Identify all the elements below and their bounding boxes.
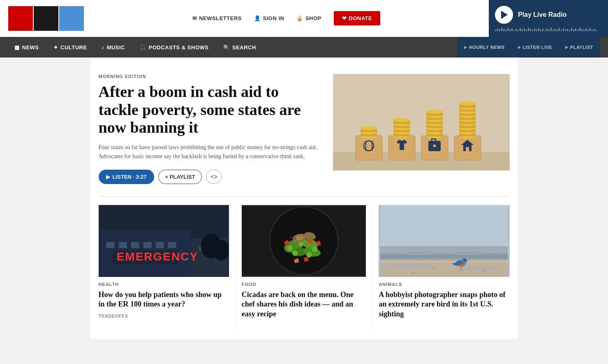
card-animals: ANIMALS A hobbyist photographer snaps ph… (372, 205, 509, 331)
play-icon-small: ▶ (464, 45, 467, 49)
play-icon-small: ▶ (565, 45, 569, 49)
nav-item-podcasts[interactable]: 🎧 PODCASTS & SHOWS (133, 37, 215, 58)
svg-point-11 (361, 126, 377, 130)
card-food: FOOD Cicadas are back on the menu. One c… (236, 205, 372, 331)
featured-title: After a boom in cash aid to tackle pover… (99, 83, 321, 137)
card-health-source: TRADEOFFS (99, 313, 229, 318)
play-icon: ▶ (106, 174, 110, 180)
svg-point-121 (411, 272, 415, 274)
svg-point-84 (306, 252, 312, 258)
newsletters-link[interactable]: ✉ NEWSLETTERS (192, 15, 242, 21)
heart-icon: ❤ (342, 15, 347, 21)
card-food-label: FOOD (242, 282, 366, 287)
user-icon: 👤 (254, 15, 261, 21)
nav-item-music[interactable]: ♪ MUSIC (95, 37, 131, 58)
logo-blue-block (59, 6, 84, 31)
svg-rect-105 (380, 252, 508, 260)
svg-point-120 (482, 270, 484, 272)
audio-waveform (495, 26, 602, 31)
main-navbar: ▦ NEWS ✦ CULTURE ♪ MUSIC 🎧 PODCASTS & SH… (0, 37, 608, 58)
play-icon (501, 11, 508, 19)
header-nav: ✉ NEWSLETTERS 👤 SIGN IN 🔒 SHOP ❤ DONATE (192, 11, 380, 25)
card-health-label: HEALTH (99, 282, 229, 287)
logo-black-block (34, 6, 58, 31)
playlist-link[interactable]: ▶ PLAYLIST (559, 37, 600, 58)
card-grid: EMERGENCY HEALTH How do you help patient… (99, 205, 510, 331)
svg-point-82 (292, 250, 298, 256)
card-animals-image (379, 205, 509, 277)
card-health: EMERGENCY HEALTH How do you help patient… (99, 205, 236, 331)
music-icon: ♪ (102, 44, 104, 51)
animals-image-svg (379, 205, 509, 277)
shop-link[interactable]: 🔒 SHOP (296, 15, 321, 21)
svg-text:EMERGENCY: EMERGENCY (116, 250, 198, 263)
code-icon: <> (210, 173, 217, 180)
live-radio-label: Play Live Radio (518, 11, 566, 18)
svg-point-21 (393, 118, 410, 122)
featured-label: MORNING EDITION (99, 74, 321, 79)
headphones-icon: 🎧 (139, 44, 146, 51)
svg-rect-63 (106, 242, 114, 248)
emergency-image-svg: EMERGENCY (99, 205, 229, 277)
featured-image (333, 74, 510, 170)
svg-rect-65 (131, 242, 139, 248)
svg-rect-64 (118, 242, 127, 248)
featured-text: MORNING EDITION After a boom in cash aid… (99, 74, 321, 184)
svg-point-103 (388, 263, 438, 270)
article-actions: ▶ LISTEN · 3:27 + PLAYLIST <> (99, 170, 321, 184)
featured-description: Four states so far have passed laws proh… (99, 143, 321, 161)
svg-point-83 (312, 247, 317, 252)
food-image-svg (242, 205, 366, 277)
nav-item-news[interactable]: ▦ NEWS (8, 37, 45, 58)
nav-left: ▦ NEWS ✦ CULTURE ♪ MUSIC 🎧 PODCASTS & SH… (8, 37, 262, 58)
embed-button[interactable]: <> (206, 170, 222, 184)
svg-point-119 (432, 268, 435, 270)
listen-live-link[interactable]: ▶ LISTEN LIVE (511, 37, 559, 58)
add-playlist-button[interactable]: + PLAYLIST (158, 170, 202, 184)
lock-icon: 🔒 (296, 15, 303, 21)
svg-rect-66 (143, 242, 151, 248)
hourly-news-link[interactable]: ▶ HOURLY NEWS (458, 37, 511, 58)
card-animals-title[interactable]: A hobbyist photographer snaps photo of a… (379, 290, 509, 319)
card-animals-label: ANIMALS (379, 282, 509, 287)
mail-icon: ✉ (192, 15, 197, 21)
logo-red-block (8, 6, 33, 31)
card-health-image: EMERGENCY (99, 205, 229, 277)
nav-item-culture[interactable]: ✦ CULTURE (47, 37, 93, 58)
svg-point-85 (298, 242, 303, 247)
donate-button[interactable]: ❤ DONATE (334, 11, 380, 25)
svg-point-112 (465, 259, 466, 260)
svg-point-38 (426, 110, 443, 114)
signin-link[interactable]: 👤 SIGN IN (254, 15, 284, 21)
play-icon-small: ▶ (518, 45, 521, 49)
svg-point-72 (213, 240, 229, 260)
featured-article: MORNING EDITION After a boom in cash aid… (99, 66, 510, 197)
svg-point-104 (458, 266, 499, 271)
live-radio-player[interactable]: Play Live Radio (489, 0, 608, 37)
nav-item-search[interactable]: 🔍 SEARCH (217, 37, 262, 58)
grid-icon: ▦ (14, 44, 20, 51)
svg-point-59 (459, 101, 476, 106)
culture-icon: ✦ (53, 44, 58, 51)
svg-point-81 (287, 245, 293, 251)
site-header: ✉ NEWSLETTERS 👤 SIGN IN 🔒 SHOP ❤ DONATE … (0, 0, 608, 37)
main-content: MORNING EDITION After a boom in cash aid… (90, 58, 518, 339)
svg-rect-42 (466, 147, 469, 151)
svg-rect-68 (168, 242, 176, 248)
nav-right: ▶ HOURLY NEWS ▶ LISTEN LIVE ▶ PLAYLIST (458, 37, 600, 58)
card-food-title[interactable]: Cicadas are back on the menu. One chef s… (242, 290, 366, 319)
play-button[interactable] (495, 6, 513, 24)
search-icon: 🔍 (223, 44, 230, 51)
svg-rect-2 (356, 136, 382, 160)
listen-button[interactable]: ▶ LISTEN · 3:27 (99, 170, 154, 184)
card-food-image (242, 205, 366, 277)
svg-rect-67 (155, 242, 164, 248)
card-health-title[interactable]: How do you help patients who show up in … (99, 290, 229, 309)
featured-image-svg (333, 74, 510, 170)
site-logo[interactable] (8, 6, 84, 31)
